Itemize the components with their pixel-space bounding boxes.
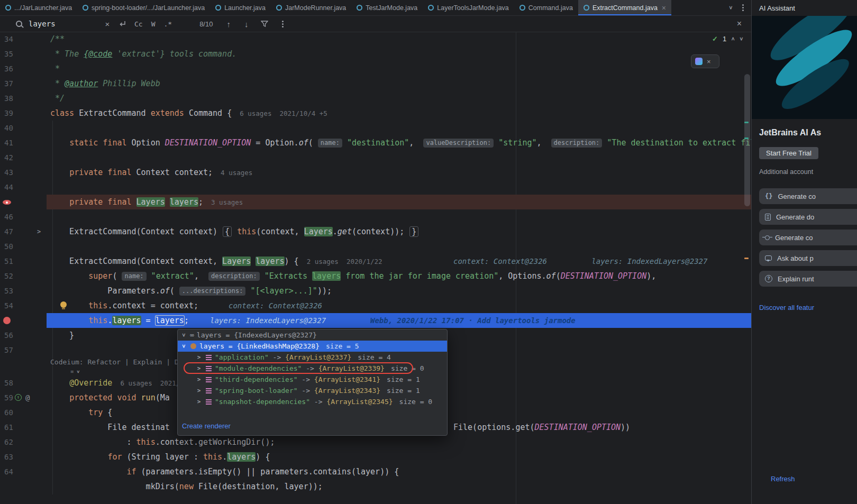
tab-jarlauncher-java[interactable]: .../JarLauncher.java — [0, 0, 77, 15]
ai-action-generate-co[interactable]: Generate co — [759, 230, 857, 245]
previous-problem-chevron-icon[interactable]: > — [730, 37, 736, 41]
line-number: 38 — [4, 91, 13, 106]
discover-features-link[interactable]: Discover all featur — [759, 304, 814, 311]
ai-action-ask-about-p[interactable]: Ask about p — [759, 250, 857, 266]
scrollbar-thumb[interactable] — [744, 74, 750, 206]
code-token: layers — [256, 256, 284, 266]
tab-options-kebab-icon[interactable] — [742, 7, 744, 8]
ai-promo-chip[interactable]: × — [691, 54, 719, 68]
overrides-icon[interactable]: ↑ — [15, 394, 22, 401]
tab-jarmoderunner-java[interactable]: JarModeRunner.java — [271, 0, 351, 15]
refresh-link[interactable]: Refresh — [771, 475, 795, 483]
stripe-mark[interactable] — [744, 258, 749, 259]
debug-tree-item[interactable]: >"third-dependencies" -> {ArrayList@2341… — [178, 374, 447, 385]
next-problem-chevron-icon[interactable]: > — [738, 37, 745, 41]
chevron-down-icon[interactable]: > — [178, 343, 189, 350]
entry-arrow: -> — [298, 374, 314, 385]
ai-action-generate-do[interactable]: Generate do — [759, 209, 857, 225]
breakpoint-icon[interactable] — [3, 317, 11, 324]
tab-layertoolsjarmode-java[interactable]: LayerToolsJarMode.java — [423, 0, 514, 15]
line-number: 56 — [4, 328, 13, 343]
code-token: Context context; — [136, 168, 213, 177]
fold-arrow-icon[interactable]: > — [37, 224, 41, 239]
chevron-right-icon[interactable]: > — [195, 352, 203, 363]
match-case-toggle[interactable]: Cc — [134, 20, 143, 28]
ai-actions: {}Generate coGenerate doGenerate coAsk a… — [759, 188, 857, 291]
chevron-right-icon[interactable]: > — [195, 385, 203, 396]
code-line: /** — [47, 32, 751, 47]
search-results-count: 8/10 — [199, 20, 213, 28]
code-token — [50, 467, 127, 476]
code-token: layers — [170, 197, 198, 207]
tab-label: spring-boot-loader/.../JarLauncher.java — [92, 4, 205, 12]
create-renderer-link[interactable]: Create renderer — [182, 420, 231, 432]
newline-icon[interactable] — [118, 21, 126, 27]
map-entry-icon — [206, 366, 212, 371]
line-number: 50 — [4, 239, 13, 254]
tab-command-java[interactable]: Command.java — [514, 0, 578, 15]
previous-match-icon[interactable]: ↑ — [226, 20, 231, 29]
search-options-kebab-icon[interactable] — [282, 23, 284, 25]
ai-action-explain-runt[interactable]: ?Explain runt — [759, 271, 857, 287]
code-token: 2 usages 2020/1/22 — [299, 258, 382, 265]
hidden-tabs-chevron-icon[interactable]: > — [727, 6, 734, 10]
code-token: = — [141, 316, 156, 325]
clear-search-icon[interactable]: × — [102, 20, 113, 29]
debug-tree-item[interactable]: >"snapshot-dependencies" -> {ArrayList@2… — [178, 396, 447, 407]
map-entry-icon — [206, 388, 212, 393]
ai-action-label: Generate do — [776, 213, 814, 221]
code-token: ) { — [256, 452, 270, 462]
stripe-mark[interactable] — [744, 138, 749, 139]
code-token: layers — [312, 271, 341, 281]
chevron-right-icon[interactable]: > — [195, 374, 203, 385]
code-token: layers — [227, 452, 256, 462]
tab-launcher-java[interactable]: Launcher.java — [210, 0, 271, 15]
gutter-line: 51 — [0, 254, 47, 269]
debug-tree-item[interactable]: >"module-dependencies" -> {ArrayList@233… — [178, 363, 447, 374]
debug-tree-item[interactable]: >"application" -> {ArrayList@2337}size =… — [178, 352, 447, 363]
code-token: "The destination to extract files to. De… — [602, 138, 751, 148]
line-number: 43 — [4, 165, 13, 180]
next-match-icon[interactable]: ↓ — [244, 20, 249, 29]
class-icon — [584, 5, 589, 11]
debug-tree-item[interactable]: >"spring-boot-loader" -> {ArrayList@2343… — [178, 385, 447, 396]
chevron-right-icon[interactable]: > — [195, 363, 203, 374]
start-free-trial-button[interactable]: Start Free Trial — [759, 147, 818, 159]
entry-arrow: -> — [302, 363, 318, 374]
search-input[interactable]: layers — [29, 20, 102, 28]
class-icon — [83, 5, 88, 11]
codeium-chevron-icon[interactable]: ≡ > — [70, 369, 79, 375]
search-icon[interactable] — [16, 21, 22, 27]
close-search-icon[interactable]: × — [737, 19, 742, 29]
debug-selected-row[interactable]: > layers = {LinkedHashMap@2328} size = 5 — [178, 341, 447, 352]
codeium-hint[interactable]: Codeium: Refactor | Explain | Do — [50, 358, 183, 367]
ai-action-generate-co[interactable]: {}Generate co — [759, 188, 857, 204]
chevron-down-icon[interactable]: > — [178, 332, 189, 339]
filter-icon[interactable] — [261, 21, 268, 27]
code-token: . — [333, 227, 338, 236]
tab-spring-boot-loader-jarlauncher-java[interactable]: spring-boot-loader/.../JarLauncher.java — [77, 0, 210, 15]
regex-toggle[interactable]: .* — [163, 20, 172, 28]
class-icon — [276, 5, 282, 11]
dismiss-chip-icon[interactable]: × — [707, 58, 711, 66]
close-tab-icon[interactable]: × — [662, 4, 666, 12]
entry-value: {ArrayList@2343} — [314, 385, 380, 396]
code-token — [251, 256, 256, 266]
code-token: this — [203, 452, 222, 462]
line-number: 59 — [4, 390, 13, 405]
tab-testjarmode-java[interactable]: TestJarMode.java — [351, 0, 423, 15]
tab-label: TestJarMode.java — [366, 4, 417, 12]
class-icon — [5, 5, 11, 11]
tab-extractcommand-java[interactable]: ExtractCommand.java× — [578, 0, 671, 15]
gutter-line — [0, 195, 47, 209]
line-number: 42 — [4, 150, 13, 165]
inspections-widget[interactable]: ✓ 1 > > — [712, 35, 743, 43]
field-watchpoint-icon[interactable] — [3, 200, 11, 205]
words-toggle[interactable]: W — [151, 20, 156, 28]
debug-popup-header[interactable]: > ∞ layers = {IndexedLayers@2327} — [178, 329, 447, 341]
entry-key: "application" — [215, 352, 269, 363]
stripe-mark[interactable] — [744, 122, 749, 123]
chevron-right-icon[interactable]: > — [195, 396, 203, 407]
intention-bulb-icon[interactable] — [60, 301, 67, 308]
code-token: File(destination, layer)); — [194, 482, 323, 491]
